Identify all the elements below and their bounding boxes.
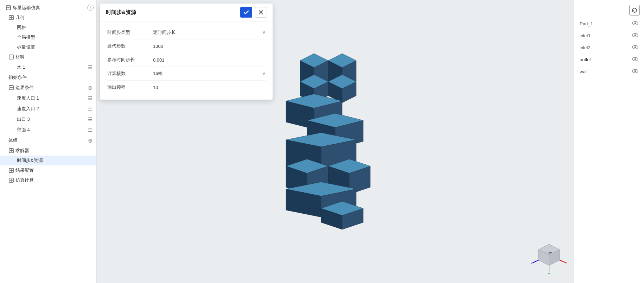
- sidebar-item-mesh[interactable]: 网格: [0, 23, 96, 32]
- ref-time-label: 参考时间步长: [107, 57, 153, 63]
- sidebar-item-global-model[interactable]: 全局模型: [0, 32, 96, 42]
- iteration-text: 1000: [153, 44, 163, 49]
- plus-box-icon3: [8, 168, 14, 173]
- part-item-outlet[interactable]: outlet: [574, 54, 644, 65]
- part1-visibility-icon[interactable]: [632, 20, 638, 27]
- main-area: 时间步&资源 时间步类型 定时间步长 ∨: [97, 0, 644, 283]
- part-item-inlet2[interactable]: inlet2: [574, 42, 644, 54]
- part-item-part1[interactable]: Part_1: [574, 18, 644, 30]
- refresh-button[interactable]: [629, 5, 640, 15]
- dialog-confirm-button[interactable]: [240, 7, 252, 18]
- water-menu-icon[interactable]: ☰: [87, 64, 94, 71]
- global-model-label: 全局模型: [17, 34, 94, 40]
- svg-text:TOP: TOP: [546, 251, 552, 254]
- info-icon: i: [87, 5, 94, 11]
- part1-name: Part_1: [580, 21, 593, 26]
- time-step-type-text: 定时间步长: [153, 29, 176, 36]
- scalar-settings-label: 标量设置: [17, 44, 94, 50]
- sidebar-item-scalar-settings[interactable]: 标量设置: [0, 42, 96, 52]
- inlet1-visibility-icon[interactable]: [632, 32, 638, 39]
- svg-text:Z: Z: [531, 261, 533, 265]
- geometry-label: 几何: [15, 14, 94, 21]
- svg-point-79: [635, 70, 636, 72]
- ref-time-text: 0.001: [153, 57, 165, 63]
- ref-time-value[interactable]: 0.001: [153, 57, 266, 63]
- right-panel-header: [574, 3, 644, 18]
- svg-text:X: X: [566, 261, 567, 265]
- outlet-visibility-icon[interactable]: [632, 56, 638, 63]
- dialog-header: 时间步&资源: [100, 4, 273, 21]
- result-config-label: 结果配置: [15, 167, 94, 174]
- water-label: 水 1: [17, 64, 87, 70]
- volume-add-icon[interactable]: ⊕: [87, 137, 94, 144]
- sidebar-item-initial[interactable]: 初始条件: [0, 73, 96, 82]
- sidebar-item-result-config[interactable]: 结果配置: [0, 165, 96, 175]
- left-sidebar: 标量运输仿真 i 几何 网格 全局模型 标量设置 材料 水 1 ☰ 初始条件: [0, 0, 97, 283]
- svg-point-75: [635, 46, 636, 48]
- initial-label: 初始条件: [8, 74, 94, 81]
- sidebar-item-inlet2[interactable]: 速度入口 2 ☰: [0, 103, 96, 114]
- wall-menu-icon[interactable]: ☰: [87, 126, 94, 133]
- wall-visibility-icon[interactable]: [632, 68, 638, 75]
- inlet1-label: 速度入口 1: [17, 95, 87, 101]
- svg-point-77: [635, 58, 636, 60]
- inlet2-part-name: inlet2: [580, 45, 591, 50]
- svg-point-57: [342, 64, 343, 65]
- output-rate-label: 输出频率: [107, 84, 153, 90]
- part-item-wall[interactable]: wall: [574, 65, 644, 77]
- 3d-model-svg: [279, 43, 391, 240]
- sidebar-item-sim-compute[interactable]: 仿真计算: [0, 175, 96, 185]
- sidebar-item-outlet[interactable]: 出口 3 ☰: [0, 114, 96, 125]
- cores-text: 16核: [153, 70, 162, 77]
- right-panel: Part_1 inlet1 inlet2: [574, 0, 644, 283]
- outlet-menu-icon[interactable]: ☰: [87, 116, 94, 123]
- form-row-time-step-type: 时间步类型 定时间步长 ∨: [107, 26, 266, 39]
- solver-label: 求解器: [15, 147, 94, 154]
- axis-indicator: TOP Y X Z: [531, 241, 567, 276]
- time-step-type-value[interactable]: 定时间步长 ∨: [153, 29, 266, 36]
- sidebar-item-geometry[interactable]: 几何: [0, 13, 96, 23]
- inlet2-menu-icon[interactable]: ☰: [87, 105, 94, 112]
- iteration-value[interactable]: 1000: [153, 44, 266, 49]
- minus-box-icon: [6, 5, 11, 11]
- svg-line-65: [560, 260, 566, 263]
- boundary-add-icon[interactable]: ⊕: [87, 84, 94, 91]
- wall-part-name: wall: [580, 69, 587, 74]
- svg-point-53: [307, 60, 308, 61]
- svg-text:Y: Y: [548, 272, 550, 276]
- sidebar-item-inlet1[interactable]: 速度入口 1 ☰: [0, 93, 96, 103]
- sidebar-item-water[interactable]: 水 1 ☰: [0, 62, 96, 73]
- material-label: 材料: [15, 54, 94, 60]
- svg-point-71: [635, 23, 636, 24]
- dialog-close-button[interactable]: [255, 7, 267, 18]
- inlet2-label: 速度入口 2: [17, 106, 87, 112]
- svg-point-54: [314, 64, 315, 65]
- cores-value[interactable]: 16核 ∨: [153, 70, 266, 77]
- inlet1-part-name: inlet1: [580, 33, 591, 38]
- inlet1-menu-icon[interactable]: ☰: [87, 95, 94, 102]
- sim-compute-label: 仿真计算: [15, 177, 94, 183]
- output-rate-value[interactable]: 10: [153, 85, 266, 90]
- minus-box-icon3: [8, 85, 14, 90]
- sidebar-item-wall[interactable]: 壁面 4 ☰: [0, 125, 96, 135]
- sidebar-item-boundary[interactable]: 边界条件 ⊕: [0, 82, 96, 93]
- time-step-type-label: 时间步类型: [107, 29, 153, 36]
- outlet-part-name: outlet: [580, 57, 591, 62]
- outlet-label: 出口 3: [17, 116, 87, 122]
- cores-label: 计算核数: [107, 70, 153, 77]
- time-resource-label: 时间步&资源: [17, 157, 94, 164]
- form-row-ref-time: 参考时间步长 0.001: [107, 53, 266, 67]
- sidebar-item-root[interactable]: 标量运输仿真 i: [0, 3, 96, 13]
- sidebar-item-material[interactable]: 材料: [0, 52, 96, 62]
- plus-box-icon2: [8, 148, 14, 153]
- sidebar-item-time-resource[interactable]: 时间步&资源: [0, 156, 96, 165]
- inlet2-visibility-icon[interactable]: [632, 44, 638, 51]
- volume-label: 体组: [8, 137, 87, 144]
- output-rate-text: 10: [153, 85, 158, 90]
- axis-svg: TOP Y X Z: [531, 241, 567, 276]
- part-item-inlet1[interactable]: inlet1: [574, 30, 644, 42]
- sidebar-item-solver[interactable]: 求解器: [0, 146, 96, 156]
- boundary-label: 边界条件: [15, 84, 87, 91]
- sidebar-item-volume[interactable]: 体组 ⊕: [0, 135, 96, 146]
- cores-chevron: ∨: [262, 71, 266, 76]
